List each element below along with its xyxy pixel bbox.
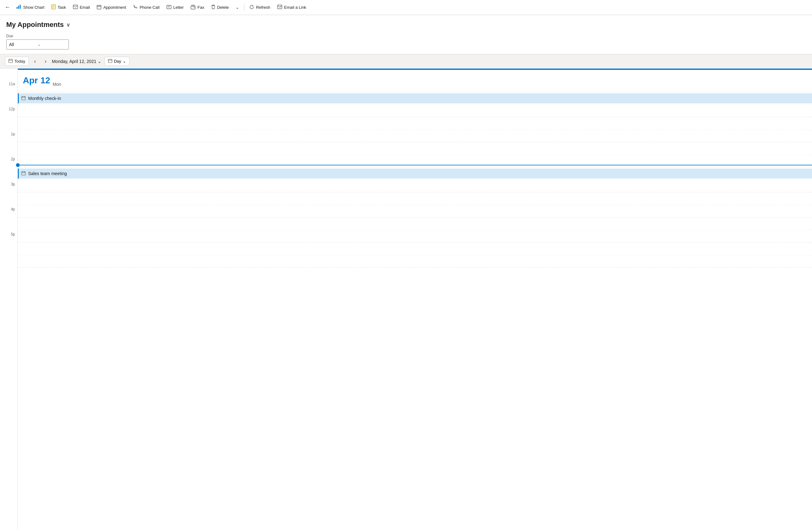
letter-label: Letter xyxy=(173,5,184,10)
svg-rect-1 xyxy=(18,6,19,9)
time-label-11a: 11a xyxy=(0,84,17,109)
title-dropdown-icon[interactable]: ∨ xyxy=(66,22,70,28)
time-slot-4p xyxy=(18,218,812,242)
today-button[interactable]: Today xyxy=(5,57,29,66)
email-link-button[interactable]: Email a Link xyxy=(274,3,309,12)
letter-button[interactable]: Letter xyxy=(163,3,187,12)
filter-label: Due xyxy=(6,34,806,38)
fax-icon xyxy=(191,5,195,10)
svg-rect-11 xyxy=(9,59,13,62)
time-label-3p: 3p xyxy=(0,184,17,210)
today-label: Today xyxy=(14,59,25,64)
email-link-label: Email a Link xyxy=(284,5,306,10)
time-label-5p: 5p xyxy=(0,235,17,260)
time-label-4p: 4p xyxy=(0,210,17,235)
time-label-12p: 12p xyxy=(0,109,17,135)
view-label: Day xyxy=(114,59,121,64)
calendar-body: 11a 12p 1p 2p 3p 4p 5p Apr 12 Mon xyxy=(0,69,812,530)
view-chevron-icon: ⌄ xyxy=(123,59,126,64)
refresh-label: Refresh xyxy=(256,5,270,10)
email-label: Email xyxy=(80,5,90,10)
svg-rect-13 xyxy=(21,97,25,100)
letter-icon xyxy=(166,5,172,10)
calendar-small-icon xyxy=(9,59,13,64)
date-header: Apr 12 Mon xyxy=(18,70,812,92)
event-monthly-checkin[interactable]: Monthly check-in xyxy=(18,93,812,103)
chevron-left-icon: ‹ xyxy=(34,59,36,64)
time-slot-1p xyxy=(18,142,812,167)
show-chart-button[interactable]: Show Chart xyxy=(13,2,47,12)
next-day-button[interactable]: › xyxy=(41,57,50,66)
delete-icon xyxy=(211,4,215,10)
chevron-right-icon: › xyxy=(45,59,46,64)
page-title-text: My Appointments xyxy=(6,21,64,29)
view-calendar-icon xyxy=(108,59,112,64)
more-icon: ⌄ xyxy=(236,5,239,10)
toolbar: ← Show Chart Task Email xyxy=(0,0,812,15)
filter-select[interactable]: All ⌄ xyxy=(6,40,69,50)
time-slot-2p: Sales team meeting xyxy=(18,167,812,192)
time-label-1p: 1p xyxy=(0,135,17,159)
current-time-dot xyxy=(16,163,20,167)
fax-button[interactable]: Fax xyxy=(187,3,207,12)
phone-call-label: Phone Call xyxy=(140,5,160,10)
filter-area: Due All ⌄ xyxy=(0,32,812,54)
back-icon: ← xyxy=(5,4,10,11)
appointment-icon xyxy=(97,5,101,10)
delete-label: Delete xyxy=(217,5,229,10)
svg-rect-2 xyxy=(20,5,21,9)
appointment-label: Appointment xyxy=(103,5,126,10)
date-text: Monday, April 12, 2021 xyxy=(52,59,96,64)
svg-rect-5 xyxy=(97,5,101,9)
time-slot-11a: Monthly check-in xyxy=(18,92,812,117)
refresh-button[interactable]: Refresh xyxy=(246,3,274,12)
time-slot-3p xyxy=(18,192,812,218)
date-number: 12 xyxy=(40,75,50,85)
task-button[interactable]: Task xyxy=(48,2,69,12)
date-month: Apr xyxy=(23,75,38,85)
page-title: My Appointments ∨ xyxy=(6,21,806,29)
calendar-nav: Today ‹ › Monday, April 12, 2021 ⌄ Day ⌄ xyxy=(0,54,812,69)
delete-button[interactable]: Delete xyxy=(208,2,232,12)
show-chart-label: Show Chart xyxy=(23,5,44,10)
page-header: My Appointments ∨ xyxy=(0,15,812,32)
date-dayname: Mon xyxy=(53,82,61,87)
event-title-2: Sales team meeting xyxy=(28,171,67,176)
time-gutter: 11a 12p 1p 2p 3p 4p 5p xyxy=(0,69,17,530)
calendar-column: Apr 12 Mon Monthly check-in xyxy=(17,69,812,530)
svg-rect-10 xyxy=(278,5,282,9)
email-button[interactable]: Email xyxy=(70,3,93,12)
filter-value: All xyxy=(9,42,38,47)
more-button[interactable]: ⌄ xyxy=(232,3,242,12)
chart-icon xyxy=(16,4,21,10)
appointment-button[interactable]: Appointment xyxy=(93,3,129,12)
event-sales-meeting[interactable]: Sales team meeting xyxy=(18,168,812,179)
time-slot-12p xyxy=(18,117,812,142)
time-rows: Monthly check-in xyxy=(18,92,812,267)
svg-rect-0 xyxy=(17,7,17,9)
date-label[interactable]: Monday, April 12, 2021 ⌄ xyxy=(52,59,101,64)
email-link-icon xyxy=(277,5,282,10)
svg-rect-12 xyxy=(108,59,112,62)
event-icon-2 xyxy=(21,171,26,176)
fax-label: Fax xyxy=(198,5,204,10)
current-time-indicator xyxy=(0,163,812,167)
phone-call-button[interactable]: Phone Call xyxy=(130,3,163,12)
view-selector[interactable]: Day ⌄ xyxy=(104,57,130,66)
email-icon xyxy=(73,5,78,10)
svg-rect-14 xyxy=(21,172,25,175)
refresh-icon xyxy=(249,5,254,10)
phone-icon xyxy=(133,5,138,10)
event-title: Monthly check-in xyxy=(28,96,61,101)
toolbar-separator xyxy=(244,4,244,11)
date-chevron-icon: ⌄ xyxy=(98,59,101,64)
current-time-bar xyxy=(20,165,812,165)
svg-rect-9 xyxy=(194,7,194,8)
event-icon xyxy=(21,96,26,101)
back-button[interactable]: ← xyxy=(2,2,13,13)
prev-day-button[interactable]: ‹ xyxy=(31,57,40,66)
filter-chevron-icon: ⌄ xyxy=(38,42,66,47)
time-slot-5p xyxy=(18,242,812,267)
task-label: Task xyxy=(58,5,66,10)
svg-rect-4 xyxy=(73,5,77,9)
